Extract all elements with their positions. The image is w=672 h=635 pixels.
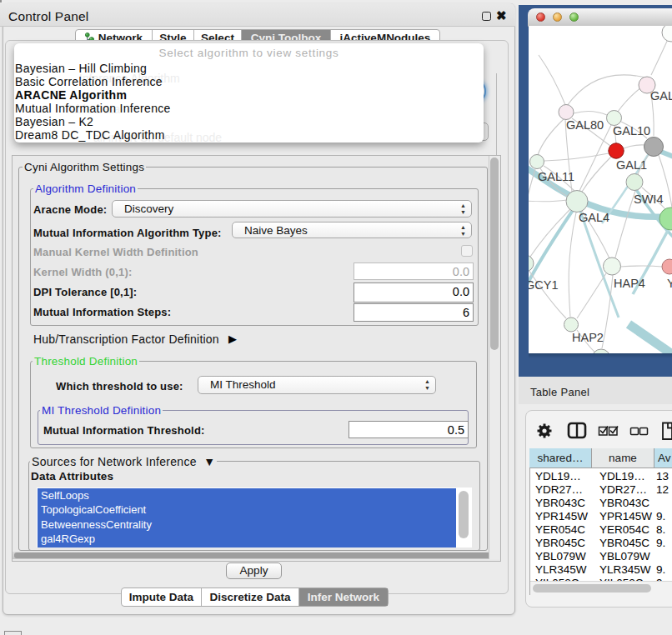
svg-text:HAP2: HAP2	[572, 331, 604, 344]
svg-text:GAL80: GAL80	[566, 118, 604, 132]
svg-text:Y: Y	[667, 277, 672, 290]
svg-text:HAP4: HAP4	[614, 277, 645, 290]
svg-text:GAL10: GAL10	[613, 124, 650, 138]
svg-text:GAL4: GAL4	[579, 211, 609, 224]
svg-text:GAL1: GAL1	[616, 158, 647, 172]
svg-text:SWI4: SWI4	[634, 192, 663, 206]
svg-text:GCY1: GCY1	[529, 278, 559, 292]
svg-text:GAL11: GAL11	[538, 170, 574, 183]
svg-text:GAL7: GAL7	[650, 89, 672, 102]
